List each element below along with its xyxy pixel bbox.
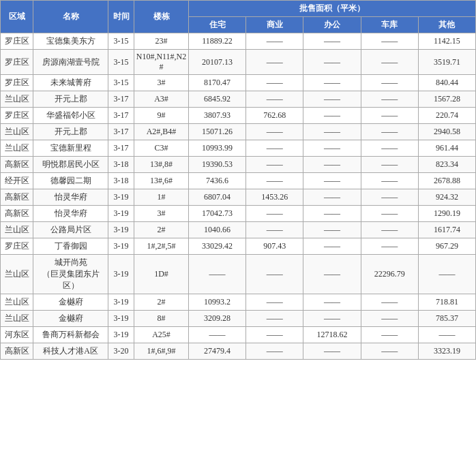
cell-region: 罗庄区 [1,108,33,124]
cell-name: 开元上郡 [33,91,108,108]
cell-resi: 33029.42 [189,238,246,255]
cell-garage: —— [361,157,418,173]
cell-other: —— [418,327,475,343]
cell-office: —— [303,189,361,206]
cell-date: 3-19 [108,189,134,206]
cell-region: 高新区 [1,343,33,360]
cell-name: 公路局片区 [33,222,108,238]
cell-comm: —— [246,311,303,327]
cell-comm: 762.68 [246,108,303,124]
cell-garage: —— [361,33,418,50]
cell-building: 3# [134,75,189,91]
table-row: 兰山区城开尚苑（巨灵集团东片区）3-191D#——————22296.79—— [1,255,476,294]
cell-other: 2940.58 [418,124,475,140]
cell-name: 怡灵华府 [33,189,108,206]
cell-region: 高新区 [1,206,33,222]
cell-office: 12718.62 [303,327,361,343]
cell-comm: —— [246,206,303,222]
table-row: 罗庄区未来城菁府3-153#8170.47——————840.44 [1,75,476,91]
cell-date: 3-19 [108,222,134,238]
cell-office: —— [303,33,361,50]
cell-office: —— [303,50,361,75]
cell-region: 兰山区 [1,255,33,294]
cell-region: 兰山区 [1,222,33,238]
cell-region: 罗庄区 [1,238,33,255]
table-row: 罗庄区宝德集美东方3-1523#11889.22——————1142.15 [1,33,476,50]
cell-date: 3-17 [108,140,134,157]
cell-resi: 1040.66 [189,222,246,238]
cell-date: 3-19 [108,327,134,343]
cell-name: 城开尚苑（巨灵集团东片区） [33,255,108,294]
cell-date: 3-17 [108,91,134,108]
cell-building: 1#,6#,9# [134,343,189,360]
cell-garage: —— [361,189,418,206]
cell-building: A2#,B4# [134,124,189,140]
cell-other: 3323.19 [418,343,475,360]
cell-date: 3-19 [108,238,134,255]
cell-date: 3-15 [108,50,134,75]
cell-region: 兰山区 [1,124,33,140]
cell-resi: 20107.13 [189,50,246,75]
cell-name: 开元上郡 [33,124,108,140]
cell-resi: 19390.53 [189,157,246,173]
header-group-label: 批售面积（平米） [189,1,476,17]
cell-office: —— [303,238,361,255]
cell-name: 明悦郡居民小区 [33,157,108,173]
cell-name: 鲁商万科新都会 [33,327,108,343]
cell-region: 兰山区 [1,140,33,157]
table-row: 河东区鲁商万科新都会3-19A25#————12718.62———— [1,327,476,343]
cell-office: —— [303,206,361,222]
cell-garage: —— [361,91,418,108]
cell-garage: —— [361,222,418,238]
cell-garage: —— [361,311,418,327]
table-row: 经开区德馨园二期3-1813#,6#7436.6——————2678.88 [1,173,476,189]
cell-resi: 10993.99 [189,140,246,157]
cell-office: —— [303,222,361,238]
cell-region: 高新区 [1,189,33,206]
cell-name: 房源南湖壹号院 [33,50,108,75]
cell-date: 3-19 [108,206,134,222]
cell-other: —— [418,255,475,294]
cell-name: 丁香御园 [33,238,108,255]
table-row: 兰山区金樾府3-198#3209.28——————785.37 [1,311,476,327]
table-row: 罗庄区房源南湖壹号院3-15N10#,N11#,N2#20107.13—————… [1,50,476,75]
cell-comm: —— [246,140,303,157]
cell-garage: —— [361,238,418,255]
cell-garage: —— [361,206,418,222]
cell-comm: —— [246,75,303,91]
cell-other: 1617.74 [418,222,475,238]
table-body: 罗庄区宝德集美东方3-1523#11889.22——————1142.15罗庄区… [1,33,476,360]
cell-other: 961.44 [418,140,475,157]
cell-comm: —— [246,33,303,50]
table-row: 兰山区金樾府3-192#10993.2——————718.81 [1,294,476,311]
cell-date: 3-17 [108,124,134,140]
cell-resi: 17042.73 [189,206,246,222]
cell-comm: 1453.26 [246,189,303,206]
cell-date: 3-15 [108,75,134,91]
cell-other: 785.37 [418,311,475,327]
cell-resi: 3807.93 [189,108,246,124]
cell-building: 13#,6# [134,173,189,189]
table-header-top: 区域 名称 时间 楼栋 批售面积（平米） [1,1,476,17]
cell-other: 924.32 [418,189,475,206]
cell-other: 718.81 [418,294,475,311]
cell-date: 3-18 [108,173,134,189]
cell-office: —— [303,91,361,108]
cell-resi: —— [189,327,246,343]
cell-building: 3# [134,206,189,222]
cell-garage: —— [361,327,418,343]
cell-comm: —— [246,91,303,108]
header-date: 时间 [108,1,134,33]
cell-comm: —— [246,157,303,173]
cell-garage: —— [361,124,418,140]
cell-other: 840.44 [418,75,475,91]
cell-comm: —— [246,343,303,360]
header-office: 办公 [303,17,361,33]
table-row: 高新区明悦郡居民小区3-1813#,8#19390.53——————823.34 [1,157,476,173]
cell-name: 宝德新里程 [33,140,108,157]
cell-other: 220.74 [418,108,475,124]
table-row: 高新区怡灵华府3-191#6807.041453.26————924.32 [1,189,476,206]
cell-other: 1290.19 [418,206,475,222]
table-row: 高新区科技人才港A区3-201#,6#,9#27479.4——————3323.… [1,343,476,360]
cell-resi: 6845.92 [189,91,246,108]
